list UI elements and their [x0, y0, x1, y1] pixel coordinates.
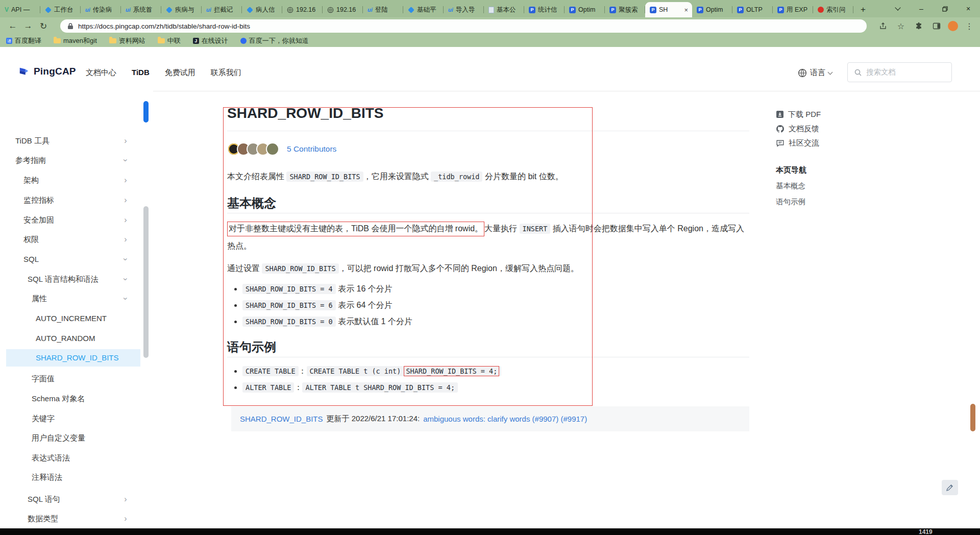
browser-tab[interactable]: ui系统首: [121, 2, 161, 17]
browser-tab[interactable]: 病人信: [242, 2, 282, 17]
page-meta-bar: SHARD_ROW_ID_BITS 更新于 2022/6/21 17:01:24…: [231, 406, 749, 431]
bookmark-item[interactable]: 资料网站: [109, 36, 145, 45]
browser-menu-button[interactable]: ⋮: [963, 19, 976, 33]
sidebar-item-属性[interactable]: 属性›: [0, 290, 153, 307]
search-input[interactable]: 搜索文档: [847, 62, 952, 82]
meta-page-link[interactable]: SHARD_ROW_ID_BITS: [240, 415, 323, 423]
sidebar-item-tidb-工具[interactable]: TiDB 工具›: [0, 132, 153, 150]
browser-tab[interactable]: PSH×: [645, 2, 692, 17]
sidebar-item-schema-对象名[interactable]: Schema 对象名: [0, 390, 153, 407]
sidebar-item-sql[interactable]: SQL›: [0, 251, 153, 268]
address-bar[interactable]: https://docs.pingcap.com/zh/tidb/stable/…: [60, 19, 867, 33]
sidebar-item-监控指标[interactable]: 监控指标›: [0, 191, 153, 209]
sidebar-item-关键字[interactable]: 关键字: [0, 410, 153, 427]
toc-action-下载-pdf[interactable]: 下载 PDF: [776, 107, 863, 121]
pencil-icon: [946, 483, 954, 492]
chevron-down-icon: ›: [117, 294, 134, 304]
sidebar-item-sql-语句[interactable]: SQL 语句›: [0, 491, 153, 508]
forward-button[interactable]: →: [20, 19, 36, 33]
sidebar-item-字面值[interactable]: 字面值: [0, 370, 153, 387]
bookmark-item[interactable]: maven和git: [54, 36, 97, 45]
window-minimize-button[interactable]: –: [910, 0, 933, 17]
toc-action-社区交流[interactable]: 社区交流: [776, 136, 863, 150]
toc-link[interactable]: 基本概念: [776, 181, 863, 191]
browser-tab[interactable]: 索引问: [813, 2, 853, 17]
sidebar-item-参考指南[interactable]: 参考指南›: [0, 152, 153, 169]
feedback-button[interactable]: [942, 480, 958, 495]
pingcap-logo[interactable]: PingCAP: [18, 66, 76, 77]
bookmark-item[interactable]: J在线设计: [193, 36, 228, 45]
share-button[interactable]: [876, 19, 890, 33]
bookmark-item[interactable]: 中联: [158, 36, 181, 45]
nav-contact-us[interactable]: 联系我们: [211, 68, 241, 78]
meta-commit-link[interactable]: ambiguous words: clarify words (#9907) (…: [423, 415, 587, 423]
bookmark-star-button[interactable]: ☆: [894, 19, 908, 33]
avatar[interactable]: [266, 142, 279, 156]
section-heading-concepts: 基本概念: [227, 196, 749, 213]
sidebar-item-数据类型[interactable]: 数据类型›: [0, 510, 153, 527]
nav-docs-center[interactable]: 文档中心: [86, 68, 116, 78]
toc-link[interactable]: 语句示例: [776, 197, 863, 207]
sidebar-item-sql-语言结构和语法[interactable]: SQL 语言结构和语法›: [0, 271, 153, 288]
sidebar-item-label: SQL 语言结构和语法: [28, 275, 99, 283]
browser-tab[interactable]: P用 EXP: [773, 2, 813, 17]
globe-icon: [327, 7, 334, 13]
browser-tab[interactable]: POptim: [565, 2, 605, 17]
browser-tab[interactable]: 疾病与: [161, 2, 202, 17]
nav-tidb[interactable]: TiDB: [132, 68, 150, 78]
browser-tab[interactable]: 基础平: [403, 2, 444, 17]
profile-avatar[interactable]: [948, 21, 958, 31]
sidebar-scrollbar-thumb[interactable]: [143, 206, 149, 358]
bookmark-item[interactable]: 百度一下，你就知道: [240, 36, 309, 45]
bookmark-item[interactable]: 译百度翻译: [6, 36, 41, 45]
list-item: SHARD_ROW_ID_BITS = 0 表示默认值 1 个分片: [242, 314, 749, 329]
browser-tab[interactable]: ui传染病: [81, 2, 121, 17]
back-button[interactable]: ←: [5, 19, 20, 33]
browser-tab[interactable]: P统计信: [524, 2, 565, 17]
toc-action-文档反馈[interactable]: 文档反馈: [776, 121, 863, 136]
sidebar-item-auto_random[interactable]: AUTO_RANDOM: [0, 330, 153, 347]
tab-label: 病人信: [256, 6, 279, 14]
sidebar-item-shard_row_id_bits[interactable]: SHARD_ROW_ID_BITS: [6, 349, 140, 367]
tab-close-icon[interactable]: ×: [683, 6, 689, 14]
sidebar-item-注释语法[interactable]: 注释语法: [0, 469, 153, 486]
side-panel-button[interactable]: [930, 19, 943, 33]
browser-tab[interactable]: ui登陆: [363, 2, 403, 17]
browser-tab[interactable]: VAPI —: [0, 2, 40, 17]
browser-tab[interactable]: POptim: [692, 2, 732, 17]
browser-tab[interactable]: 基本公: [484, 2, 524, 17]
bottom-bar-text: 1419: [919, 528, 933, 535]
sidebar-scrollbar-thumb-blue[interactable]: [143, 101, 149, 123]
tab-search-button[interactable]: [886, 0, 910, 17]
reload-button[interactable]: ↻: [36, 19, 51, 33]
sidebar-item-label: 参考指南: [15, 156, 46, 164]
window-close-button[interactable]: ×: [957, 0, 980, 17]
browser-tab[interactable]: ui导入导: [444, 2, 484, 17]
contributors-link[interactable]: 5 Contributors: [287, 144, 336, 154]
browser-tab[interactable]: P聚簇索: [605, 2, 645, 17]
browser-tab[interactable]: 192.16: [282, 2, 323, 17]
sidebar-item-表达式语法[interactable]: 表达式语法: [0, 449, 153, 467]
browser-tab[interactable]: 192.16: [323, 2, 363, 17]
sidebar-item-架构[interactable]: 架构›: [0, 172, 153, 189]
browser-tab[interactable]: ui拦截记: [202, 2, 242, 17]
new-tab-button[interactable]: +: [855, 2, 871, 17]
sidebar-item-权限[interactable]: 权限›: [0, 231, 153, 248]
bookmark-label: 资料网站: [119, 36, 145, 45]
nav-free-trial[interactable]: 免费试用: [165, 68, 195, 78]
restore-icon: [942, 6, 948, 12]
sidebar-item-label: 架构: [23, 176, 39, 184]
window-restore-button[interactable]: [933, 0, 957, 17]
page-scrollbar-thumb[interactable]: [970, 404, 975, 431]
language-selector[interactable]: 语言: [798, 68, 832, 78]
sidebar-item-用户自定义变量[interactable]: 用户自定义变量: [0, 429, 153, 447]
sidebar-item-label: 表达式语法: [32, 453, 70, 462]
sidebar-item-auto_increment[interactable]: AUTO_INCREMENT: [0, 310, 153, 327]
browser-tab[interactable]: POLTP: [732, 2, 773, 17]
bookmark-label: 百度翻译: [15, 36, 41, 45]
sidebar-item-安全加固[interactable]: 安全加固›: [0, 211, 153, 229]
extensions-button[interactable]: [912, 19, 925, 33]
header-divider: [153, 91, 980, 91]
pingcap-icon: P: [777, 7, 784, 13]
browser-tab[interactable]: 工作台: [40, 2, 81, 17]
